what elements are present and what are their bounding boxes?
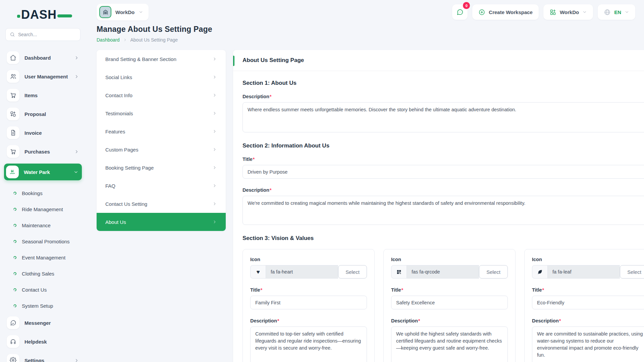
menu-item-about-us[interactable]: About Us [97, 213, 226, 231]
sidebar-item-settings[interactable]: Settings [5, 354, 81, 362]
sidebar-item-invoice[interactable]: Invoice [5, 126, 81, 139]
card-title-label: Title* [532, 287, 644, 293]
icon-class-input[interactable] [266, 265, 338, 279]
section2-heading: Section 2: Information About Us [243, 142, 644, 149]
chevron-right-icon [212, 111, 217, 116]
sidebar-item-label: Dashboard [24, 55, 69, 61]
messages-badge: 0 [463, 2, 470, 9]
chevron-right-icon [212, 165, 217, 170]
section2-description-textarea[interactable]: We're committed to creating magical mome… [243, 196, 644, 225]
menu-item-custom-pages[interactable]: Custom Pages [97, 140, 226, 159]
sidebar-item-messenger[interactable]: Messenger [5, 316, 81, 329]
vision-card-family-first: Icon ♥ Select Title* Descr [243, 249, 375, 362]
card-description-textarea[interactable]: Committed to top-tier safety with certif… [250, 326, 367, 362]
card-title-input[interactable] [391, 296, 508, 309]
menu-item-label: Custom Pages [105, 147, 138, 153]
cart-icon [7, 89, 19, 102]
messages-button[interactable]: 0 [452, 4, 468, 20]
language-label: EN [614, 9, 621, 15]
card-title-label: Title* [250, 287, 367, 293]
brand-logo-text: DASH [18, 8, 68, 22]
menu-item-brand-setting[interactable]: Brand Setting & Banner Section [97, 50, 226, 68]
language-selector[interactable]: EN [598, 4, 635, 20]
sidebar-subitem-label: Bookings [22, 190, 43, 196]
section1-description-textarea[interactable]: Where endless summer meets unforgettable… [243, 102, 644, 132]
sidebar-item-label: Proposal [24, 111, 79, 117]
chevron-right-icon [212, 75, 217, 79]
sidebar-subitem-maintenance[interactable]: Maintenance [5, 217, 81, 233]
sidebar-item-items[interactable]: Items [5, 88, 81, 102]
sidebar-item-user-management[interactable]: User Management [5, 70, 81, 83]
menu-item-testimonials[interactable]: Testimonials [97, 104, 226, 122]
sidebar: DASH Dashboard User Management Items Pro… [0, 0, 86, 362]
plus-circle-icon [478, 9, 485, 16]
sidebar-item-label: Water Park [24, 169, 68, 175]
required-asterisk: * [559, 318, 561, 323]
chevron-right-icon [212, 201, 217, 206]
required-asterisk: * [542, 287, 544, 293]
app-switcher-label: WorkDo [560, 9, 579, 15]
bullet-icon [13, 207, 17, 212]
chevron-down-icon [139, 10, 143, 14]
menu-item-label: Contact Us Setting [105, 201, 147, 207]
icon-select-button[interactable]: Select [479, 265, 508, 279]
menu-item-social-links[interactable]: Social Links [97, 68, 226, 86]
brand-logo[interactable]: DASH [5, 6, 81, 23]
section3-heading: Section 3: Vision & Values [243, 235, 644, 242]
required-asterisk: * [401, 287, 404, 293]
sidebar-item-proposal[interactable]: Proposal [5, 107, 81, 121]
menu-item-label: Social Links [105, 74, 132, 80]
sidebar-item-dashboard[interactable]: Dashboard [5, 51, 81, 64]
menu-item-booking-setting[interactable]: Booking Setting Page [97, 159, 226, 177]
search-input[interactable] [18, 32, 79, 37]
sidebar-subitem-bookings[interactable]: Bookings [5, 185, 81, 201]
icon-select-button[interactable]: Select [338, 265, 367, 279]
bullet-icon [13, 304, 17, 308]
sidebar-item-label: Helpdesk [24, 339, 79, 345]
sidebar-subitem-contact-us[interactable]: Contact Us [5, 282, 81, 298]
invoice-icon [7, 126, 19, 139]
proposal-icon [7, 108, 19, 120]
create-workspace-button[interactable]: Create Workspace [472, 4, 539, 20]
panel-title: About Us Setting Page [243, 57, 644, 64]
sidebar-subitem-clothing-sales[interactable]: Clothing Sales [5, 265, 81, 282]
sidebar-subitem-label: Clothing Sales [22, 271, 54, 277]
sidebar-nav: Dashboard User Management Items Proposal… [5, 51, 81, 362]
sidebar-subitem-system-setup[interactable]: System Setup [5, 298, 81, 314]
menu-item-faq[interactable]: FAQ [97, 177, 226, 195]
globe-icon [604, 9, 611, 16]
breadcrumb-dashboard-link[interactable]: Dashboard [97, 37, 120, 43]
workspace-selector[interactable]: WorkDo [97, 4, 149, 20]
menu-item-label: FAQ [105, 183, 115, 189]
sidebar-subitem-event-management[interactable]: Event Management [5, 249, 81, 265]
chevron-right-icon [74, 74, 79, 79]
section2-title-input[interactable] [243, 165, 644, 179]
icon-select-button[interactable]: Select [620, 265, 644, 279]
bullet-icon [13, 272, 17, 276]
sidebar-item-water-park[interactable]: Water Park [4, 164, 82, 180]
card-title-input[interactable] [250, 296, 367, 309]
icon-class-input[interactable] [407, 265, 479, 279]
menu-item-contact-us-setting[interactable]: Contact Us Setting [97, 195, 226, 213]
sidebar-item-helpdesk[interactable]: Helpdesk [5, 335, 81, 348]
messenger-icon [7, 316, 19, 329]
sidebar-subitem-seasonal-promotions[interactable]: Seasonal Promotions [5, 233, 81, 249]
section1-description-label: Description* [243, 94, 644, 99]
card-description-textarea[interactable]: We are committed to sustainable practice… [532, 326, 644, 362]
sidebar-search[interactable] [5, 28, 80, 41]
menu-item-label: Brand Setting & Banner Section [105, 56, 176, 62]
bullet-icon [13, 255, 17, 260]
menu-item-label: Booking Setting Page [105, 165, 154, 171]
icon-class-input[interactable] [547, 265, 620, 279]
card-title-input[interactable] [532, 296, 644, 309]
menu-item-features[interactable]: Features [97, 122, 226, 140]
sidebar-item-purchases[interactable]: Purchases [5, 145, 81, 158]
card-description-textarea[interactable]: We uphold the highest safety standards w… [391, 326, 508, 362]
chevron-down-icon [73, 170, 78, 175]
app-switcher[interactable]: WorkDo [543, 4, 593, 20]
sidebar-subitem-label: Seasonal Promotions [22, 239, 70, 244]
menu-item-label: Contact Info [105, 93, 132, 98]
breadcrumb-current: About Us Setting Page [130, 37, 178, 43]
menu-item-contact-info[interactable]: Contact Info [97, 86, 226, 104]
sidebar-subitem-ride-management[interactable]: Ride Management [5, 201, 81, 217]
